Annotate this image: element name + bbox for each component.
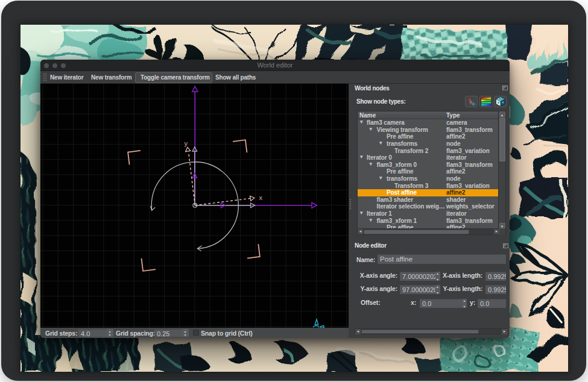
svg-text:x: x — [259, 194, 263, 201]
svg-text:y: y — [185, 140, 188, 147]
